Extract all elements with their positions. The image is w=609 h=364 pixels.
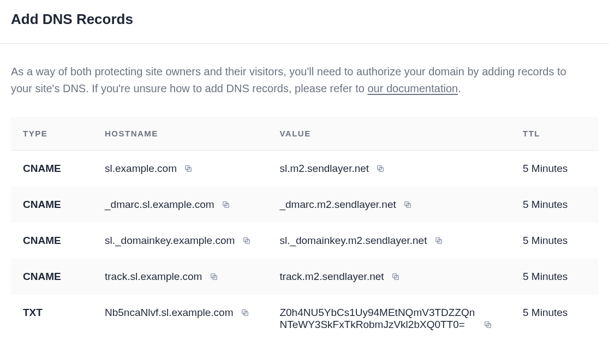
cell-type: TXT: [11, 295, 93, 343]
description-suffix: .: [458, 82, 461, 94]
cell-type: CNAME: [11, 151, 93, 187]
cell-ttl: 5 Minutes: [511, 223, 598, 259]
value-text: sl._domainkey.m2.sendlayer.net: [279, 235, 427, 246]
title-divider: [0, 43, 609, 44]
copy-icon[interactable]: [210, 272, 218, 281]
cell-hostname: track.sl.example.com: [93, 259, 267, 295]
hostname-text: sl._domainkey.example.com: [105, 235, 235, 246]
cell-type: CNAME: [11, 259, 93, 295]
cell-hostname: Nb5ncaNlvf.sl.example.com: [93, 295, 267, 343]
description-text: As a way of both protecting site owners …: [11, 63, 589, 97]
copy-icon[interactable]: [434, 236, 443, 245]
header-hostname: HOSTNAME: [93, 117, 267, 151]
value-text: _dmarc.m2.sendlayer.net: [279, 199, 396, 210]
header-ttl: TTL: [511, 117, 598, 151]
cell-hostname: sl.example.com: [93, 151, 267, 187]
table-header-row: TYPE HOSTNAME VALUE TTL: [11, 117, 598, 151]
copy-icon[interactable]: [184, 164, 193, 173]
hostname-text: Nb5ncaNlvf.sl.example.com: [105, 307, 233, 318]
documentation-link[interactable]: our documentation: [368, 82, 458, 94]
table-row: TXT Nb5ncaNlvf.sl.example.com Z0h4NU5YbC…: [11, 295, 598, 343]
cell-value: _dmarc.m2.sendlayer.net: [267, 187, 511, 223]
cell-ttl: 5 Minutes: [511, 259, 598, 295]
cell-hostname: _dmarc.sl.example.com: [93, 187, 267, 223]
cell-value: Z0h4NU5YbCs1Uy94MEtNQmV3TDZZQnNTeWY3SkFx…: [267, 295, 511, 343]
cell-type: CNAME: [11, 187, 93, 223]
value-text: track.m2.sendlayer.net: [279, 271, 384, 282]
copy-icon[interactable]: [391, 272, 400, 281]
cell-type: CNAME: [11, 223, 93, 259]
copy-icon[interactable]: [241, 308, 249, 317]
copy-icon[interactable]: [483, 320, 492, 329]
dns-records-table: TYPE HOSTNAME VALUE TTL CNAME sl.example…: [11, 117, 598, 343]
table-row: CNAME track.sl.example.com track.m2.send…: [11, 259, 598, 295]
table-row: CNAME sl._domainkey.example.com sl._doma…: [11, 223, 598, 259]
cell-ttl: 5 Minutes: [511, 187, 598, 223]
hostname-text: track.sl.example.com: [105, 271, 202, 282]
table-row: CNAME sl.example.com sl.m2.sendlayer.net: [11, 151, 598, 187]
table-row: CNAME _dmarc.sl.example.com _dmarc.m2.se…: [11, 187, 598, 223]
copy-icon[interactable]: [242, 236, 251, 245]
hostname-text: sl.example.com: [105, 163, 177, 174]
value-text: sl.m2.sendlayer.net: [279, 163, 369, 174]
copy-icon[interactable]: [222, 200, 230, 209]
description-prefix: As a way of both protecting site owners …: [11, 65, 566, 94]
cell-value: track.m2.sendlayer.net: [267, 259, 511, 295]
cell-ttl: 5 Minutes: [511, 295, 598, 343]
cell-hostname: sl._domainkey.example.com: [93, 223, 267, 259]
header-value: VALUE: [267, 117, 511, 151]
page-title: Add DNS Records: [11, 11, 598, 28]
value-text: Z0h4NU5YbCs1Uy94MEtNQmV3TDZZQnNTeWY3SkFx…: [279, 307, 476, 331]
cell-ttl: 5 Minutes: [511, 151, 598, 187]
copy-icon[interactable]: [403, 200, 412, 209]
cell-value: sl.m2.sendlayer.net: [267, 151, 511, 187]
cell-value: sl._domainkey.m2.sendlayer.net: [267, 223, 511, 259]
hostname-text: _dmarc.sl.example.com: [105, 199, 214, 210]
header-type: TYPE: [11, 117, 93, 151]
copy-icon[interactable]: [376, 164, 385, 173]
